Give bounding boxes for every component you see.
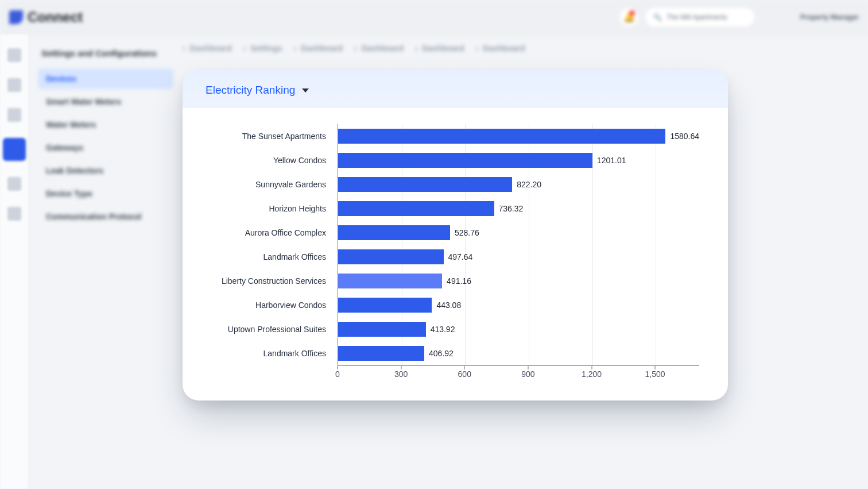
bar[interactable] [338,153,592,168]
breadcrumb: DashboardSettingsDashboardDashboardDashb… [178,44,845,53]
bar[interactable] [338,274,442,288]
y-axis-label: Landmark Offices [211,245,338,269]
bar[interactable] [338,177,512,192]
y-axis-label: The Sunset Apartments [211,124,338,148]
chart: The Sunset ApartmentsYellow CondosSunnyv… [183,108,728,401]
notification-badge [629,10,635,16]
y-axis-label: Yellow Condos [211,148,338,172]
settings-sidebar: Settings and Configurations DevicesSmart… [29,34,178,489]
breadcrumb-item[interactable]: Dashboard [183,44,232,53]
search-icon: 🔍 [653,13,662,21]
bar[interactable] [338,225,450,240]
breadcrumb-item[interactable]: Dashboard [476,44,525,53]
card-header: Electricity Ranking [183,70,728,108]
x-axis-tick: 600 [458,369,471,379]
x-axis-tick: 1,500 [645,369,665,379]
bar[interactable] [338,201,494,216]
notifications-button[interactable]: 🔔 [620,8,638,26]
bar-value-label: 406.92 [429,349,454,358]
bar[interactable] [338,249,444,264]
bar-row: 528.76 [338,221,699,245]
y-axis-label: Harborview Condos [211,293,338,317]
sidebar-item[interactable]: Gateways [38,137,173,158]
brand-name: Connect [28,9,83,25]
x-axis-tick: 1,200 [582,369,602,379]
property-selector[interactable]: 🔍 The Mill Apartments [645,8,754,26]
sidebar-item[interactable]: Water Meters [38,114,173,135]
nav-rail-item-active[interactable] [3,138,26,161]
chevron-down-icon [302,88,309,93]
breadcrumb-item[interactable]: Dashboard [293,44,343,53]
bar-row: 443.08 [338,293,699,317]
x-axis-tick: 0 [335,369,340,379]
y-axis-label: Liberty Construction Services [211,269,338,293]
bar[interactable] [338,298,432,313]
nav-rail-item[interactable] [7,78,21,92]
bar[interactable] [338,346,424,361]
nav-rail [0,34,29,489]
bar-value-label: 497.64 [448,252,473,261]
nav-rail-item[interactable] [7,177,21,191]
bar[interactable] [338,129,665,144]
y-axis-label: Landmark Offices [211,341,338,365]
top-bar: Connect 🔔 🔍 The Mill Apartments Property… [0,0,868,34]
nav-rail-item[interactable] [7,207,21,221]
bar-row: 491.16 [338,269,699,293]
sidebar-item[interactable]: Device Type [38,183,173,204]
bar-row: 497.64 [338,245,699,269]
bar-value-label: 1580.64 [670,132,699,141]
bar-row: 413.92 [338,317,699,341]
user-role-label: Property Manager [800,13,859,21]
bar-row: 1201.01 [338,148,699,172]
property-selector-label: The Mill Apartments [666,13,727,21]
bar-value-label: 443.08 [436,301,461,310]
breadcrumb-item[interactable]: Settings [243,44,282,53]
bar-row: 736.32 [338,197,699,221]
brand-logo-icon [9,10,23,24]
sidebar-item[interactable]: Devices [38,68,173,89]
ranking-dropdown[interactable]: Electricity Ranking [206,84,309,97]
main-content: DashboardSettingsDashboardDashboardDashb… [178,34,868,489]
y-axis-label: Aurora Office Complex [211,221,338,245]
breadcrumb-item[interactable]: Dashboard [415,44,464,53]
electricity-ranking-card: Electricity Ranking The Sunset Apartment… [183,70,728,401]
y-axis-label: Uptown Professional Suites [211,317,338,341]
bar-value-label: 413.92 [431,325,455,334]
sidebar-item[interactable]: Communication Protocol [38,206,173,227]
bar[interactable] [338,322,426,337]
bar-row: 1580.64 [338,124,699,148]
nav-rail-item[interactable] [7,48,21,62]
bar-row: 406.92 [338,341,699,365]
bar-value-label: 822.20 [517,180,541,189]
brand[interactable]: Connect [9,9,83,25]
bar-value-label: 528.76 [455,228,479,237]
nav-rail-item[interactable] [7,108,21,122]
x-axis-tick: 900 [521,369,534,379]
bar-value-label: 491.16 [447,276,471,286]
bar-value-label: 736.32 [499,204,524,213]
card-title-text: Electricity Ranking [206,84,295,97]
bar-row: 822.20 [338,172,699,197]
y-axis-label: Sunnyvale Gardens [211,172,338,197]
bar-value-label: 1201.01 [597,156,626,165]
sidebar-item[interactable]: Leak Detectors [38,160,173,181]
breadcrumb-item[interactable]: Dashboard [354,44,404,53]
sidebar-title: Settings and Configurations [38,48,173,58]
sidebar-item[interactable]: Smart Water Meters [38,91,173,112]
y-axis-label: Horizon Heights [211,197,338,221]
x-axis-tick: 300 [394,369,408,379]
